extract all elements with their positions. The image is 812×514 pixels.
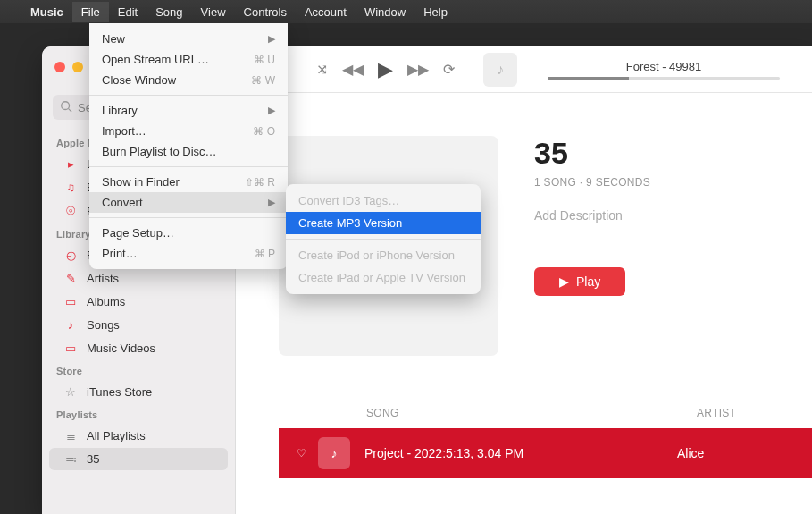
sidebar-item-playlist-35[interactable]: ≕35 [49,448,228,470]
track-title: Project - 2022:5:13, 3.04 PM [364,446,677,460]
menu-import[interactable]: Import…⌘ O [89,121,288,141]
clock-icon: ◴ [63,249,78,262]
forward-icon[interactable]: ▶▶ [407,61,429,78]
playback-controls: ⤨ ◀◀ ▶ ▶▶ ⟳ [316,58,455,81]
menu-show-finder[interactable]: Show in Finder⇧⌘ R [89,172,288,192]
file-menu-dropdown: New▶ Open Stream URL…⌘ U Close Window⌘ W… [89,23,288,269]
nowplaying-artwork: ♪ [483,53,517,87]
svg-point-0 [62,101,70,109]
menu-library[interactable]: Library▶ [89,100,288,121]
rewind-icon[interactable]: ◀◀ [342,61,364,78]
love-icon[interactable]: ♡ [297,447,318,459]
nowplaying-title: Forest - 49981 [626,60,702,77]
svg-line-1 [69,108,72,112]
menu-create-ipad[interactable]: Create iPad or Apple TV Version [286,266,481,289]
nowplaying-info: Forest - 49981 [533,60,794,80]
repeat-icon[interactable]: ⟳ [443,61,455,78]
songs-table: SONG ARTIST ♡ ♪ Project - 2022:5:13, 3.0… [279,398,812,514]
playlist-meta: 1 SONG · 9 SECONDS [534,176,650,189]
menu-convert[interactable]: Convert▶ [89,192,288,213]
play-icon[interactable]: ▶ [378,58,393,81]
sidebar-item-all-playlists[interactable]: ≣All Playlists [49,425,228,447]
sidebar-item-albums[interactable]: ▭Albums [49,291,228,313]
section-playlists: Playlists [42,404,235,424]
close-window-button[interactable] [54,62,65,72]
shuffle-icon[interactable]: ⤨ [316,61,328,78]
menu-song[interactable]: Song [146,2,191,22]
menubar: Music File Edit Song View Controls Accou… [0,0,812,23]
menu-create-ipod[interactable]: Create iPod or iPhone Version [286,244,481,266]
menu-help[interactable]: Help [414,2,456,22]
col-artist[interactable]: ARTIST [697,407,736,419]
menu-close-window[interactable]: Close Window⌘ W [89,70,288,90]
chevron-right-icon: ▶ [268,33,275,45]
menu-view[interactable]: View [192,2,235,22]
sidebar-item-songs[interactable]: ♪Songs [49,314,228,336]
album-icon: ▭ [63,295,78,308]
menu-file[interactable]: File [72,2,109,22]
chevron-right-icon: ▶ [268,197,275,208]
star-icon: ☆ [63,385,78,399]
menu-burn[interactable]: Burn Playlist to Disc… [89,141,288,162]
playlist-icon: ≕ [63,452,78,466]
track-artist: Alice [677,446,704,460]
playlist-description[interactable]: Add Description [534,208,650,223]
menu-create-mp3[interactable]: Create MP3 Version [286,212,481,234]
table-header: SONG ARTIST [279,398,812,428]
minimize-window-button[interactable] [72,62,83,72]
search-icon [60,100,72,115]
playlist-icon: ≣ [63,429,78,442]
sidebar-item-artists[interactable]: ✎Artists [49,267,228,290]
menu-print[interactable]: Print…⌘ P [89,243,288,264]
play-button[interactable]: ▶Play [534,267,625,296]
note-icon: ♪ [63,318,78,332]
menu-open-stream[interactable]: Open Stream URL…⌘ U [89,49,288,70]
sidebar-item-itunes-store[interactable]: ☆iTunes Store [49,381,228,403]
menu-page-setup[interactable]: Page Setup… [89,223,288,243]
section-store: Store [42,360,235,380]
chevron-right-icon: ▶ [268,105,275,116]
play-circle-icon: ▸ [63,157,78,171]
radio-icon: ⦾ [63,204,78,218]
menu-new[interactable]: New▶ [89,29,288,49]
mic-icon: ✎ [63,272,78,285]
menu-account[interactable]: Account [296,2,356,22]
convert-submenu: Convert ID3 Tags… Create MP3 Version Cre… [286,184,481,294]
video-icon: ▭ [63,341,78,355]
progress-bar[interactable] [548,77,780,80]
toolbar: ⤨ ◀◀ ▶ ▶▶ ⟳ ♪ Forest - 49981 [236,46,812,93]
menu-app[interactable]: Music [21,2,72,22]
music-note-icon: ♫ [63,181,78,194]
menu-edit[interactable]: Edit [109,2,146,22]
col-song[interactable]: SONG [366,407,697,419]
sidebar-item-music-videos[interactable]: ▭Music Videos [49,337,228,359]
track-artwork: ♪ [318,437,350,469]
menu-convert-id3[interactable]: Convert ID3 Tags… [286,190,481,212]
menu-window[interactable]: Window [356,2,414,22]
playlist-title[interactable]: 35 [534,136,650,171]
play-triangle-icon: ▶ [559,274,569,289]
table-row[interactable]: ♡ ♪ Project - 2022:5:13, 3.04 PM Alice [279,428,812,478]
menu-controls[interactable]: Controls [235,2,296,22]
